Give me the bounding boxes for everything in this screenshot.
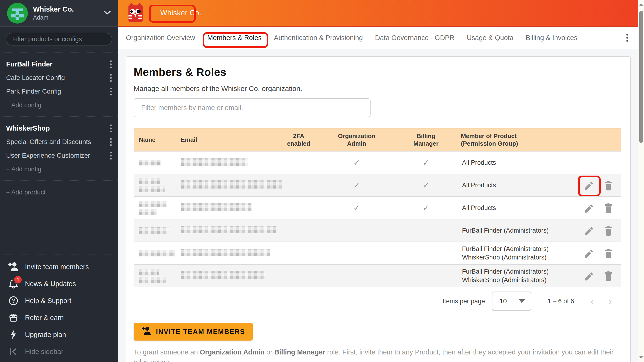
menu-label: Hide sidebar	[25, 348, 64, 356]
config-name: Special Offers and Discounts	[6, 138, 110, 146]
add-config-button[interactable]: + Add config	[0, 98, 118, 112]
org-name: Whisker Co.	[33, 5, 98, 14]
previous-page-button[interactable]: ‹	[590, 296, 594, 306]
org-avatar	[7, 3, 28, 24]
col-org-admin: OrganizationAdmin	[318, 132, 396, 147]
sidebar-item-config[interactable]: User Experience Customizer	[0, 149, 118, 162]
tab-organization-overview[interactable]: Organization Overview	[126, 34, 195, 42]
billing-check: ✓	[396, 204, 456, 212]
members-card: Members & Roles Manage all members of th…	[126, 56, 631, 362]
sidebar-item-invite-team-members[interactable]: Invite team members	[0, 258, 118, 275]
member-filter-input[interactable]	[134, 98, 370, 117]
tab-usage-quota[interactable]: Usage & Quota	[467, 34, 514, 42]
redacted-email	[181, 249, 270, 256]
add-product-button[interactable]: + Add product	[0, 186, 118, 199]
pagination-range: 1 – 6 of 6	[548, 298, 574, 305]
table-row: ✓ ✓ All Products	[134, 174, 621, 196]
chevron-down-icon[interactable]	[104, 10, 111, 16]
redacted-email	[181, 180, 282, 188]
delete-member-button[interactable]	[603, 180, 614, 190]
edit-member-button[interactable]	[584, 225, 594, 236]
billing-check: ✓	[396, 158, 456, 167]
sidebar-item-config[interactable]: Cafe Locator Config	[0, 71, 118, 84]
delete-member-button[interactable]	[603, 270, 614, 281]
redacted-name	[139, 186, 165, 192]
members-table: Name Email 2FAenabled OrganizationAdmin …	[134, 128, 621, 287]
pagination: Items per page: 10 1 – 6 of 6 ‹ ›	[134, 292, 621, 311]
collapse-sidebar-icon	[8, 346, 19, 357]
scroll-up-arrow-icon[interactable]	[639, 3, 644, 6]
sidebar-item-config[interactable]: Special Offers and Discounts	[0, 135, 118, 149]
avatar-pixel-art	[7, 3, 28, 24]
org-admin-check: ✓	[318, 181, 396, 190]
redacted-name	[139, 209, 156, 215]
items-per-page-label: Items per page:	[442, 298, 487, 305]
col-2fa: 2FAenabled	[280, 132, 318, 147]
sidebar-item-product[interactable]: WhiskerShop	[0, 121, 118, 135]
org-admin-check: ✓	[318, 158, 396, 167]
kebab-menu-icon[interactable]	[110, 151, 112, 160]
kebab-menu-icon[interactable]	[110, 124, 112, 133]
product-group: WhiskerShop Special Offers and Discounts…	[0, 117, 118, 180]
product-group: FurBall Finder Cafe Locator Config Park …	[0, 52, 118, 116]
table-row: ✓ ✓ All Products	[134, 151, 621, 174]
table-row: FurBall Finder (Administrators)	[134, 219, 621, 242]
edit-member-button[interactable]	[584, 248, 594, 258]
edit-member-button[interactable]	[584, 180, 594, 190]
delete-member-button[interactable]	[603, 225, 614, 236]
sidebar-menu: Invite team members 1 News & Updates ? H…	[0, 254, 118, 362]
col-member-of-product: Member of Product(Permission Group)	[456, 132, 579, 147]
person-plus-icon	[8, 261, 19, 272]
redacted-name	[139, 227, 170, 234]
dropdown-caret-icon	[519, 299, 525, 303]
svg-text:?: ?	[12, 298, 15, 304]
redacted-name	[139, 160, 161, 166]
gift-icon	[8, 312, 19, 323]
sidebar-item-help-support[interactable]: ? Help & Support	[0, 292, 118, 309]
scroll-down-arrow-icon[interactable]	[639, 356, 644, 359]
invite-team-members-button[interactable]: INVITE TEAM MEMBERS	[134, 323, 253, 340]
member-products: All Products	[456, 158, 579, 167]
vertical-scrollbar[interactable]	[638, 0, 644, 362]
hide-sidebar-button[interactable]: Hide sidebar	[0, 343, 118, 360]
scrollbar-thumb[interactable]	[639, 11, 643, 143]
org-switcher[interactable]: Whisker Co. Adam	[0, 0, 118, 27]
sidebar-item-product[interactable]: FurBall Finder	[0, 57, 118, 71]
delete-member-button[interactable]	[603, 248, 614, 258]
add-config-button[interactable]: + Add config	[0, 162, 118, 176]
member-products: All Products	[456, 181, 579, 190]
table-row: FurBall Finder (Administrators)WhiskerSh…	[134, 242, 621, 264]
menu-label: Invite team members	[25, 263, 89, 271]
kebab-menu-icon[interactable]	[110, 73, 112, 83]
sidebar-item-news-updates[interactable]: 1 News & Updates	[0, 275, 118, 292]
redacted-name	[139, 250, 176, 256]
brand-name: Whisker Co.	[154, 4, 208, 22]
tab-authentication-provisioning[interactable]: Authentication & Provisioning	[274, 34, 363, 42]
member-products: All Products	[456, 204, 579, 212]
next-page-button[interactable]: ›	[608, 296, 612, 306]
col-billing-manager: BillingManager	[396, 132, 456, 147]
tab-billing-invoices[interactable]: Billing & Invoices	[526, 34, 577, 42]
tab-members-roles[interactable]: Members & Roles	[207, 34, 262, 42]
delete-member-button[interactable]	[603, 203, 614, 213]
person-plus-icon	[142, 326, 151, 337]
sidebar-item-config[interactable]: Park Finder Config	[0, 84, 118, 98]
page-title: Members & Roles	[134, 66, 623, 78]
edit-member-button[interactable]	[584, 270, 594, 281]
sidebar-item-refer-earn[interactable]: Refer & earn	[0, 309, 118, 326]
kebab-menu-icon[interactable]	[110, 137, 112, 147]
edit-member-button[interactable]	[584, 203, 594, 213]
sidebar-filter-input[interactable]	[6, 33, 112, 46]
page: Whisker Co. Adam FurBall Finder Cafe Loc…	[0, 0, 644, 362]
sidebar-item-upgrade-plan[interactable]: Upgrade plan	[0, 326, 118, 343]
kebab-menu-icon[interactable]	[110, 60, 112, 69]
tab-data-governance-gdpr[interactable]: Data Governance - GDPR	[375, 34, 454, 42]
billing-check: ✓	[396, 181, 456, 190]
table-header-row: Name Email 2FAenabled OrganizationAdmin …	[134, 128, 621, 151]
kebab-menu-icon[interactable]	[110, 87, 112, 96]
product-name: WhiskerShop	[6, 124, 110, 132]
tab-overflow-menu-icon[interactable]	[626, 33, 628, 43]
bell-icon: 1	[8, 278, 19, 289]
app-header: Whisker Co.	[118, 0, 638, 27]
items-per-page-select[interactable]: 10	[492, 292, 531, 311]
